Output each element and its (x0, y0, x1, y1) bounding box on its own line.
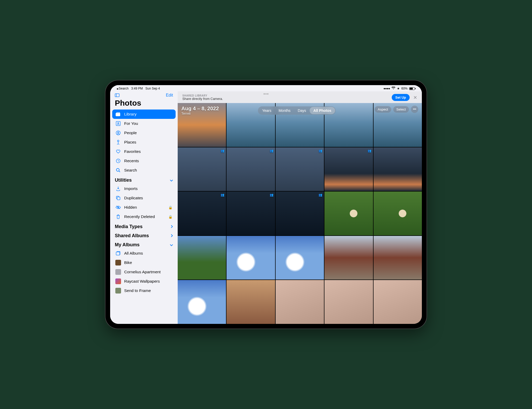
more-button[interactable]: ••• (411, 106, 418, 113)
chevron-down-icon (170, 178, 173, 182)
photo-thumbnail[interactable] (276, 280, 324, 324)
select-button[interactable]: Select (393, 106, 409, 113)
photo-thumbnail[interactable] (276, 236, 324, 280)
close-icon[interactable]: ✕ (413, 95, 417, 100)
photo-thumbnail[interactable]: 👥 (178, 147, 226, 191)
album-thumb (115, 288, 121, 294)
sidebar-section-my-albums[interactable]: My Albums (112, 240, 176, 249)
photo-thumbnail[interactable] (324, 236, 373, 280)
chevron-down-icon (170, 243, 173, 247)
svg-rect-2 (116, 113, 120, 116)
sidebar-item-all-albums[interactable]: All Albums (112, 249, 176, 258)
back-to-search[interactable]: Search (116, 87, 129, 90)
segment-all-photos[interactable]: All Photos (310, 107, 335, 114)
shared-library-banner: SHARED LIBRARY Share directly from Camer… (178, 91, 422, 103)
photo-thumbnail[interactable] (374, 192, 422, 235)
photo-thumbnail[interactable] (374, 236, 422, 280)
lock-icon: 🔒 (168, 215, 172, 219)
photo-thumbnail[interactable]: 👥 (227, 192, 275, 235)
shared-badge-icon: 👥 (368, 149, 371, 153)
sidebar-item-imports[interactable]: Imports (112, 184, 176, 193)
shared-badge-icon: 👥 (221, 149, 224, 153)
sidebar-item-label: All Albums (124, 251, 143, 256)
svg-rect-12 (116, 252, 120, 255)
chevron-right-icon (171, 225, 173, 229)
sidebar-item-people[interactable]: People (112, 128, 176, 138)
sidebar-toggle-icon[interactable] (115, 93, 119, 97)
library-icon (115, 111, 121, 117)
status-bar: Search 3:49 PM Sun Sep 4 ●●●● ★ 60% (110, 85, 422, 91)
shared-badge-icon: 👥 (318, 193, 322, 197)
sidebar-item-hidden[interactable]: Hidden 🔒 (112, 203, 176, 212)
photo-thumbnail[interactable] (227, 236, 275, 280)
banner-desc: Share directly from Camera. (182, 97, 392, 101)
photo-thumbnail[interactable] (374, 280, 422, 324)
shared-badge-icon: 👥 (270, 193, 274, 197)
photo-thumbnail[interactable]: 👥 (178, 192, 226, 235)
date-range: Aug 4 – 8, 2022 (181, 106, 219, 112)
sidebar-item-duplicates[interactable]: Duplicates (112, 193, 176, 203)
photo-thumbnail[interactable]: 👥 (227, 147, 275, 191)
sidebar-item-recently-deleted[interactable]: Recently Deleted 🔒 (112, 212, 176, 221)
photo-thumbnail[interactable] (324, 280, 373, 324)
svg-point-4 (118, 122, 119, 124)
photo-thumbnail[interactable] (227, 280, 275, 324)
photo-thumbnail[interactable]: 👥 (324, 147, 373, 191)
svg-point-9 (116, 168, 119, 171)
multitask-dots[interactable] (263, 92, 269, 96)
sidebar-item-places[interactable]: Places (112, 138, 176, 147)
segment-years[interactable]: Years (258, 107, 275, 114)
trash-icon (115, 214, 121, 220)
banner-label: SHARED LIBRARY (182, 94, 392, 97)
places-icon (115, 139, 121, 145)
sidebar-item-favorites[interactable]: Favorites (112, 147, 176, 156)
sidebar-section-utilities[interactable]: Utilities (112, 175, 176, 184)
cellular-icon: ●●●● (383, 87, 390, 90)
sidebar: Edit Photos Library For You (110, 91, 178, 324)
sidebar-item-label: For You (124, 121, 138, 126)
chevron-right-icon (171, 234, 173, 238)
sidebar-item-search[interactable]: Search (112, 166, 176, 175)
sidebar-item-album-cornelius[interactable]: Cornelius Apartment (112, 267, 176, 277)
album-thumb (115, 260, 121, 265)
setup-button[interactable]: Set Up (392, 94, 410, 101)
photo-thumbnail[interactable] (374, 147, 422, 191)
sidebar-title: Photos (112, 98, 176, 110)
sidebar-item-album-bike[interactable]: Bike (112, 258, 176, 267)
foryou-icon (115, 121, 121, 126)
sidebar-item-label: People (124, 131, 137, 135)
download-icon (115, 186, 121, 192)
segment-months[interactable]: Months (275, 107, 294, 114)
battery-icon (409, 87, 416, 90)
shared-badge-icon: 👥 (221, 193, 224, 197)
sidebar-item-album-frame[interactable]: Send to Frame (112, 286, 176, 295)
sidebar-item-recents[interactable]: Recents (112, 156, 176, 166)
album-thumb (115, 278, 121, 284)
shared-badge-icon: 👥 (270, 149, 274, 153)
sidebar-edit-button[interactable]: Edit (166, 93, 173, 98)
sidebar-section-media-types[interactable]: Media Types (112, 221, 176, 230)
sidebar-item-label: Send to Frame (124, 288, 151, 293)
sidebar-item-label: Cornelius Apartment (124, 270, 161, 274)
sidebar-item-foryou[interactable]: For You (112, 119, 176, 128)
heart-icon (115, 149, 121, 154)
sidebar-item-label: Raycast Wallpapers (124, 279, 160, 284)
clock-icon (115, 158, 121, 164)
photo-thumbnail[interactable] (324, 192, 373, 235)
sidebar-item-label: Imports (124, 186, 138, 191)
battery-pct: 60% (401, 87, 408, 90)
star-icon: ★ (397, 87, 400, 90)
sidebar-item-library[interactable]: Library (112, 110, 176, 119)
photo-grid[interactable]: 👥👥👥👥👥👥👥 (178, 103, 422, 324)
photo-thumbnail[interactable] (178, 280, 226, 324)
photo-thumbnail[interactable]: 👥 (276, 192, 324, 235)
aspect-button[interactable]: Aspect (375, 106, 391, 113)
sidebar-item-label: Places (124, 140, 136, 145)
duplicate-icon (115, 195, 121, 201)
wifi-icon (391, 87, 395, 90)
photo-thumbnail[interactable]: 👥 (276, 147, 324, 191)
sidebar-section-shared-albums[interactable]: Shared Albums (112, 230, 176, 240)
segment-days[interactable]: Days (294, 107, 310, 114)
sidebar-item-album-raycast[interactable]: Raycast Wallpapers (112, 277, 176, 286)
photo-thumbnail[interactable] (178, 236, 226, 280)
